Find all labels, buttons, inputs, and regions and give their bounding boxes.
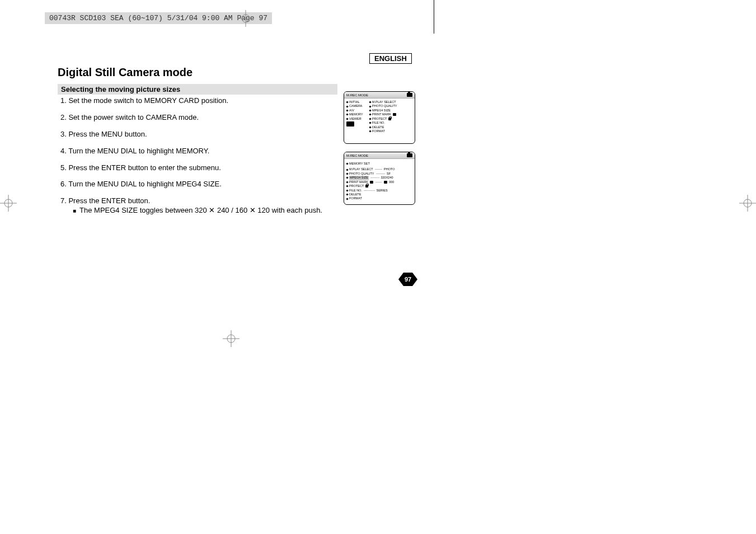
step-7: 7. Press the ENTER button. ■ The MPEG4 S… bbox=[60, 196, 340, 216]
print-icon bbox=[393, 113, 396, 116]
camera-screen-1: M.REC MODE INITIAL CAMERA A/V MEMORY VIE… bbox=[344, 91, 415, 144]
screen-body: INITIAL CAMERA A/V MEMORY VIEWER M.PLAY … bbox=[344, 99, 415, 143]
bullet-icon bbox=[346, 185, 348, 188]
bullet-icon bbox=[369, 101, 371, 104]
step-2: 2. Set the power switch to CAMERA mode. bbox=[60, 113, 340, 123]
lock-icon bbox=[365, 185, 368, 188]
print-icon bbox=[370, 181, 373, 184]
bullet-icon bbox=[369, 126, 371, 128]
lock-icon bbox=[388, 118, 391, 120]
screen-header: M.REC MODE bbox=[344, 152, 415, 159]
section-heading: Selecting the moving picture sizes bbox=[58, 84, 337, 95]
bullet-icon bbox=[346, 172, 348, 175]
menu-options: M.PLAY SELECT PHOTO QUALITY MPEG4 SIZE P… bbox=[369, 100, 412, 133]
step-7-sub-text: The MPEG4 SIZE toggles between 320 ✕ 240… bbox=[79, 206, 322, 216]
camera-icon bbox=[407, 93, 412, 97]
menu-categories: INITIAL CAMERA A/V MEMORY VIEWER bbox=[346, 100, 367, 133]
step-4: 4. Turn the MENU DIAL to highlight MEMOR… bbox=[60, 147, 340, 156]
bullet-icon bbox=[346, 194, 348, 196]
selected-option: MPEG4 SIZE bbox=[349, 176, 369, 180]
header-text: 00743R SCD103 SEA (60~107) 5/31/04 9:00 … bbox=[49, 14, 267, 22]
registration-mark-icon bbox=[739, 195, 756, 214]
diamond-icon bbox=[346, 109, 348, 111]
square-bullet-icon: ■ bbox=[73, 207, 76, 214]
camera-icon bbox=[407, 153, 412, 157]
bullet-icon bbox=[346, 177, 348, 179]
diamond-icon bbox=[346, 118, 348, 120]
screen-body: MEMORY SET M.PLAY SELECT ············· P… bbox=[344, 159, 415, 204]
registration-mark-icon bbox=[237, 10, 254, 29]
registration-mark-icon bbox=[0, 195, 17, 214]
language-label: ENGLISH bbox=[369, 53, 412, 64]
diamond-icon bbox=[346, 101, 348, 104]
print-icon bbox=[384, 181, 387, 184]
page-number: 97 bbox=[405, 276, 411, 283]
crop-line bbox=[434, 0, 434, 34]
steps-list: 1. Set the mode switch to MEMORY CARD po… bbox=[60, 96, 340, 223]
camera-screens: M.REC MODE INITIAL CAMERA A/V MEMORY VIE… bbox=[344, 91, 415, 213]
bullet-icon bbox=[369, 122, 371, 124]
bullet-icon bbox=[346, 168, 348, 171]
step-1: 1. Set the mode switch to MEMORY CARD po… bbox=[60, 96, 340, 106]
page-title: Digital Still Camera mode bbox=[58, 66, 192, 79]
registration-mark-icon bbox=[223, 330, 240, 349]
camera-screen-2: M.REC MODE MEMORY SET M.PLAY SELECT ····… bbox=[344, 152, 415, 205]
page-number-badge: 97 bbox=[398, 273, 417, 286]
bullet-icon bbox=[369, 130, 371, 133]
step-6: 6. Turn the MENU DIAL to highlight MPEG4… bbox=[60, 180, 340, 189]
return-icon bbox=[346, 121, 354, 127]
bullet-icon bbox=[346, 189, 348, 191]
diamond-icon bbox=[346, 105, 348, 107]
diamond-icon bbox=[346, 163, 348, 165]
step-7-text: 7. Press the ENTER button. bbox=[60, 196, 340, 206]
step-3: 3. Press the MENU button. bbox=[60, 130, 340, 139]
screen-mode-label: M.REC MODE bbox=[346, 93, 368, 97]
screen-mode-label: M.REC MODE bbox=[346, 154, 368, 157]
step-5: 5. Press the ENTER button to enter the s… bbox=[60, 163, 340, 173]
submenu-title: MEMORY SET bbox=[349, 162, 370, 166]
step-7-sub: ■ The MPEG4 SIZE toggles between 320 ✕ 2… bbox=[73, 206, 340, 216]
bullet-icon bbox=[369, 105, 371, 107]
screen-header: M.REC MODE bbox=[344, 92, 415, 99]
diamond-icon bbox=[346, 114, 348, 116]
bullet-icon bbox=[369, 109, 371, 111]
bullet-icon bbox=[346, 198, 348, 200]
bullet-icon bbox=[346, 181, 348, 183]
bullet-icon bbox=[369, 118, 371, 120]
bullet-icon bbox=[369, 114, 371, 116]
